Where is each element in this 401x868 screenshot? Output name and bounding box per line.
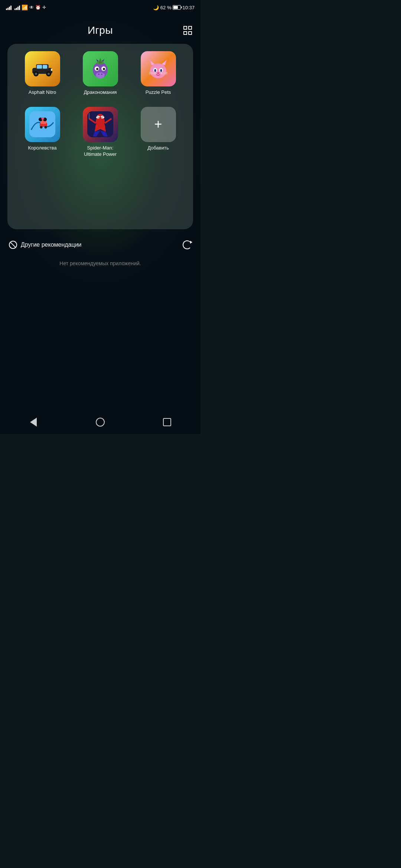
svg-point-28	[154, 69, 156, 72]
app-icon-puzzle-pets	[141, 51, 176, 86]
moon-icon: 🌙	[153, 5, 159, 10]
app-label-draco: Дракономания	[84, 89, 117, 96]
home-button[interactable]	[91, 415, 110, 430]
header: Игры	[7, 13, 193, 44]
grid-dot-3	[183, 31, 187, 35]
app-icon-kingdoms	[25, 107, 60, 142]
rec-header-left: Другие рекомендации	[9, 241, 82, 249]
svg-point-21	[150, 63, 166, 78]
app-item-add[interactable]: + Добавить	[129, 107, 187, 158]
refresh-button[interactable]	[183, 240, 192, 249]
eye-icon: 👁	[29, 5, 34, 10]
svg-point-7	[48, 73, 50, 75]
svg-point-13	[96, 68, 98, 70]
svg-point-36	[162, 71, 166, 75]
battery-icon	[173, 5, 181, 10]
svg-rect-2	[37, 65, 42, 69]
svg-point-10	[96, 72, 105, 78]
svg-point-30	[157, 72, 159, 74]
svg-point-44	[42, 118, 43, 119]
svg-point-19	[98, 73, 100, 75]
time-display: 10:37	[182, 5, 195, 10]
battery-percent: 62 %	[160, 5, 172, 10]
add-plus-icon: +	[154, 118, 162, 131]
no-recommendations-icon	[9, 241, 17, 249]
app-item-spiderman[interactable]: Spider-Man: Ultimate Power	[71, 107, 129, 158]
app-icon-add: +	[141, 107, 176, 142]
grid-view-button[interactable]	[183, 25, 193, 36]
svg-point-5	[35, 73, 37, 75]
svg-point-35	[150, 71, 155, 75]
app-item-puzzle-pets[interactable]: Puzzle Pets	[129, 51, 187, 96]
wifi-icon: 📶	[22, 4, 28, 10]
rec-empty-text: Нет рекомендуемых приложений.	[7, 253, 193, 270]
svg-point-20	[101, 73, 102, 75]
back-button[interactable]	[24, 415, 43, 430]
app-label-asphalt-nitro: Asphalt Nitro	[29, 89, 56, 96]
svg-point-14	[103, 68, 105, 70]
signal-bars-2	[14, 5, 20, 10]
svg-rect-8	[51, 69, 52, 71]
app-item-kingdoms[interactable]: Королевства	[13, 107, 71, 158]
svg-marker-18	[98, 58, 102, 63]
apps-panel: Asphalt Nitro	[7, 44, 193, 229]
nav-bar	[0, 412, 200, 434]
app-icon-asphalt-nitro	[25, 51, 60, 86]
app-item-asphalt-nitro[interactable]: Asphalt Nitro	[13, 51, 71, 96]
status-left: 📶 👁 ⏰ ✛	[6, 4, 46, 10]
grid-dot-4	[188, 31, 192, 35]
rec-header: Другие рекомендации	[7, 237, 193, 253]
app-label-spiderman: Spider-Man: Ultimate Power	[84, 145, 117, 158]
recommendations-section: Другие рекомендации Нет рекомендуемых пр…	[7, 237, 193, 270]
status-bar: 📶 👁 ⏰ ✛ 🌙 62 % 10:37	[0, 0, 200, 13]
app-icon-draco	[83, 51, 118, 86]
svg-rect-3	[43, 65, 47, 69]
svg-point-45	[40, 126, 43, 129]
page-title: Игры	[88, 24, 113, 36]
back-icon	[30, 418, 37, 427]
page-content: Игры	[0, 13, 200, 270]
svg-point-29	[160, 69, 162, 72]
rec-title: Другие рекомендации	[21, 241, 82, 248]
status-right: 🌙 62 % 10:37	[153, 5, 195, 10]
rec-empty-container: Нет рекомендуемых приложений.	[7, 253, 193, 270]
home-icon	[96, 418, 105, 427]
grid-dot-2	[188, 26, 192, 30]
app-label-kingdoms: Королевства	[28, 145, 57, 151]
app-icon-spiderman	[83, 107, 118, 142]
app-label-add: Добавить	[147, 145, 169, 151]
apps-grid: Asphalt Nitro	[13, 51, 187, 158]
crosshair-icon: ✛	[42, 5, 46, 10]
app-item-draco[interactable]: Дракономания	[71, 51, 129, 96]
svg-point-46	[45, 126, 47, 129]
app-label-puzzle-pets: Puzzle Pets	[146, 89, 171, 96]
recent-icon	[163, 418, 171, 426]
signal-bars-1	[6, 5, 12, 10]
recent-apps-button[interactable]	[158, 415, 176, 430]
alarm-icon: ⏰	[35, 5, 41, 10]
grid-dot-1	[183, 26, 187, 30]
